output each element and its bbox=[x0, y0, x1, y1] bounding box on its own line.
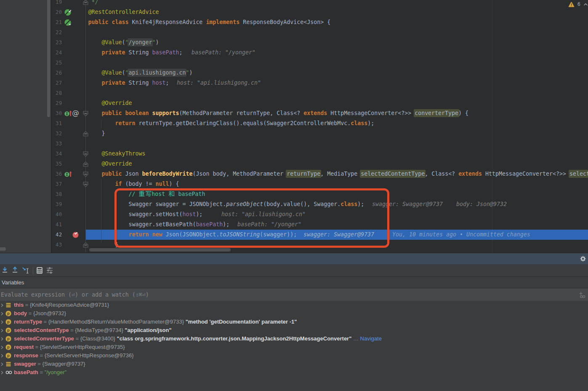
code-line[interactable]: // host basePath bbox=[88, 189, 205, 199]
implementing-method-icon[interactable] bbox=[64, 171, 72, 177]
chevron-right-icon[interactable] bbox=[1, 320, 3, 324]
fold-marker-icon[interactable] bbox=[83, 151, 88, 157]
line-number: 23 bbox=[52, 37, 62, 48]
cjk-character bbox=[168, 190, 175, 197]
variable-row[interactable]: p body = {Json@9732} bbox=[0, 309, 588, 318]
debugger-inline-hint: host: "api.liushigong.cn" bbox=[177, 78, 261, 88]
code-line[interactable]: public boolean supports(MethodParameter … bbox=[88, 108, 469, 118]
chevron-up-icon[interactable] bbox=[583, 3, 588, 6]
line-number: 27 bbox=[52, 78, 62, 88]
code-line[interactable]: @Override bbox=[88, 98, 132, 108]
variable-row[interactable]: p returnType = {HandlerMethod$ReturnValu… bbox=[0, 318, 588, 326]
fold-marker-icon[interactable] bbox=[83, 111, 88, 116]
line-number: 22 bbox=[52, 27, 62, 37]
variable-row[interactable]: p response = {ServletServerHttpResponse@… bbox=[0, 351, 588, 360]
param-icon: p bbox=[5, 344, 11, 352]
code-line[interactable]: @Override bbox=[88, 159, 132, 169]
value-icon bbox=[5, 302, 11, 308]
param-icon: p bbox=[5, 327, 11, 335]
line-number: 26 bbox=[52, 68, 62, 78]
breakpoint-icon[interactable] bbox=[72, 232, 79, 238]
variable-row[interactable]: p selectedConverterType = {Class@3400} "… bbox=[0, 335, 588, 343]
chevron-right-icon[interactable] bbox=[1, 354, 3, 358]
line-number: 19 bbox=[52, 0, 62, 7]
gear-icon[interactable] bbox=[580, 256, 586, 262]
line-number: 30 bbox=[52, 108, 62, 118]
editor-horizontal-scrollbar[interactable] bbox=[89, 248, 231, 252]
right-margin-guide bbox=[492, 0, 492, 253]
line-number: 38 bbox=[52, 189, 62, 199]
code-line[interactable]: swagger.setHost(host); bbox=[88, 209, 203, 220]
code-line[interactable]: public Json beforeBodyWrite(Json body, M… bbox=[88, 169, 588, 179]
line-number: 42 bbox=[52, 230, 62, 240]
code-line[interactable]: Swagger swagger = JSONObject.parseObject… bbox=[88, 199, 365, 209]
code-line[interactable]: } bbox=[88, 129, 105, 139]
chevron-right-icon[interactable] bbox=[1, 345, 3, 349]
code-line[interactable]: private String host; bbox=[88, 78, 169, 88]
upload-watches-icon[interactable] bbox=[12, 264, 18, 277]
implementing-method-icon[interactable] bbox=[64, 110, 72, 117]
param-icon: p bbox=[5, 319, 11, 327]
parameter-icon: p bbox=[5, 336, 11, 342]
parameter-icon: p bbox=[5, 327, 11, 333]
toolbar-separator bbox=[33, 267, 33, 274]
chevron-right-icon[interactable] bbox=[1, 303, 3, 307]
add-watch-icon[interactable] bbox=[578, 291, 586, 299]
download-watches-icon[interactable] bbox=[2, 264, 8, 277]
warning-icon bbox=[568, 2, 575, 7]
add-inline-watch-icon[interactable] bbox=[22, 264, 30, 277]
cjk-character bbox=[138, 190, 145, 197]
code-line[interactable]: if (body != null) { bbox=[88, 179, 179, 189]
debugger-inline-hint: body: Json@9732 bbox=[456, 199, 507, 209]
left-panel-horizontal-scrollbar[interactable] bbox=[0, 247, 6, 251]
left-panel-vertical-scrollbar[interactable] bbox=[47, 0, 50, 117]
watch-icon bbox=[5, 370, 12, 377]
spring-bean-icon[interactable] bbox=[64, 19, 72, 26]
layout-settings-icon[interactable] bbox=[46, 264, 53, 277]
evaluate-expression-bar[interactable]: Evaluate expression (⏎) or add a watch (… bbox=[0, 289, 588, 301]
fold-marker-icon[interactable] bbox=[83, 242, 88, 248]
fold-marker-icon[interactable] bbox=[83, 182, 88, 187]
evaluate-expression-icon[interactable] bbox=[36, 264, 43, 277]
chevron-right-icon[interactable] bbox=[1, 337, 3, 341]
line-number: 43 bbox=[52, 240, 62, 250]
fold-marker-icon[interactable] bbox=[83, 0, 88, 5]
left-tool-window bbox=[0, 0, 51, 253]
code-line[interactable]: return new Json(JSONObject.toJSONString(… bbox=[88, 230, 297, 240]
code-line[interactable]: @SneakyThrows bbox=[88, 149, 146, 159]
chevron-right-icon[interactable] bbox=[1, 371, 3, 375]
chevron-right-icon[interactable] bbox=[1, 312, 3, 316]
fold-marker-icon[interactable] bbox=[83, 171, 88, 177]
line-number: 21 bbox=[52, 17, 62, 27]
code-line[interactable]: private String basePath; bbox=[88, 48, 183, 58]
line-number: 29 bbox=[52, 98, 62, 108]
code-line[interactable]: swagger.setBasePath(basePath); bbox=[88, 220, 230, 230]
code-line[interactable]: */ bbox=[88, 0, 98, 7]
variable-row[interactable]: swagger = {Swagger@9737} bbox=[0, 360, 588, 368]
inspections-widget[interactable]: 6 bbox=[568, 1, 588, 8]
fold-marker-icon[interactable] bbox=[83, 131, 88, 137]
navigate-link[interactable]: Navigate bbox=[360, 335, 382, 342]
code-line[interactable]: public class Knife4jResponseAdvice imple… bbox=[88, 17, 331, 27]
code-line[interactable]: @RestControllerAdvice bbox=[88, 7, 159, 17]
variable-row[interactable]: basePath = "/yonger" bbox=[0, 368, 588, 377]
chevron-right-icon[interactable] bbox=[1, 329, 3, 332]
code-line[interactable]: @Value("/yonger") bbox=[88, 37, 159, 48]
inferred-annotation-icon[interactable]: @ bbox=[72, 109, 79, 117]
variable-row[interactable]: p request = {ServletServerHttpRequest@97… bbox=[0, 343, 588, 351]
spring-bean-icon[interactable] bbox=[64, 9, 72, 16]
value-icon bbox=[5, 302, 11, 310]
variable-row[interactable]: p selectedContentType = {MediaType@9734}… bbox=[0, 326, 588, 335]
variable-value: {ServletServerHttpResponse@9736} bbox=[45, 352, 134, 359]
code-line[interactable]: @Value("api.liushigong.cn") bbox=[88, 68, 193, 78]
chevron-right-icon[interactable] bbox=[1, 362, 3, 366]
code-editor[interactable]: 19 */20@RestControllerAdvice21public cla… bbox=[52, 0, 588, 253]
param-icon: p bbox=[5, 353, 11, 360]
fold-marker-icon[interactable] bbox=[83, 161, 88, 167]
line-number: 28 bbox=[52, 88, 62, 98]
variable-row[interactable]: this = {Knife4jResponseAdvice@9731} bbox=[0, 301, 588, 309]
code-line[interactable]: return returnType.getDeclaringClass().eq… bbox=[88, 118, 375, 129]
line-number: 25 bbox=[52, 58, 62, 68]
watch-icon bbox=[5, 370, 12, 375]
variables-panel-header[interactable]: Variables bbox=[0, 277, 588, 288]
